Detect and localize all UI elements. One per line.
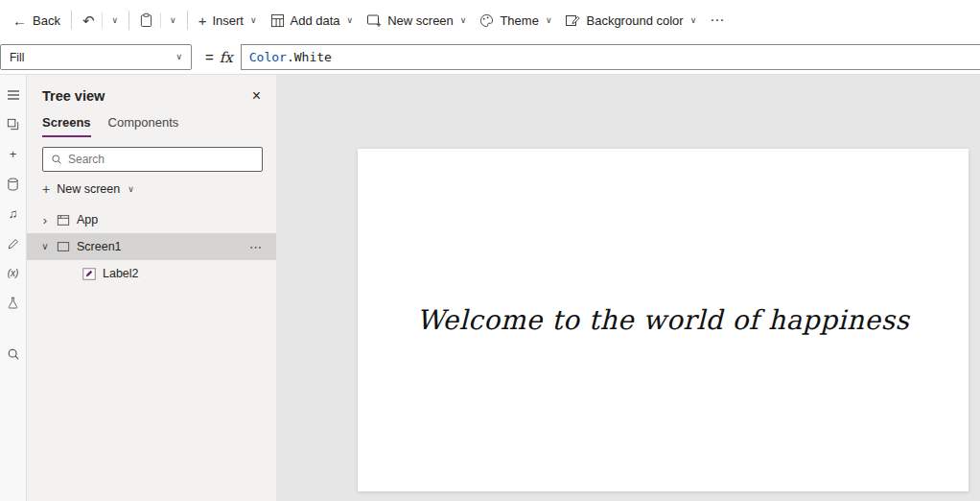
media-icon[interactable]: ♫ xyxy=(5,205,22,222)
insert-button[interactable]: + Insert ∨ xyxy=(192,8,264,34)
tree-item-label: Label2 xyxy=(103,267,139,280)
tree-item-app[interactable]: › App xyxy=(27,206,276,233)
search-icon xyxy=(51,154,62,165)
add-data-label: Add data xyxy=(291,13,340,28)
app-icon xyxy=(57,214,70,227)
background-color-icon xyxy=(565,13,580,28)
tree-item-label: Screen1 xyxy=(77,240,122,253)
equals-sign: = xyxy=(205,49,214,65)
screen-icon xyxy=(57,241,70,252)
top-toolbar: ← Back ↶ ∨ ∨ + Insert ∨ xyxy=(0,0,980,40)
chevron-down-icon: ∨ xyxy=(111,16,118,25)
tree-search-box xyxy=(42,147,263,172)
search-input[interactable] xyxy=(68,153,254,166)
tree-view-panel: Tree view × Screens Components + New scr… xyxy=(27,75,276,501)
chevron-down-icon[interactable]: ∨ xyxy=(40,242,50,251)
powerapps-studio: ← Back ↶ ∨ ∨ + Insert ∨ xyxy=(0,0,980,501)
property-dropdown[interactable]: Fill ∨ xyxy=(0,44,192,70)
toolbar-separator xyxy=(160,12,161,28)
tests-icon[interactable] xyxy=(5,295,22,311)
tree-item-label2[interactable]: Label2 xyxy=(27,260,276,287)
new-screen-button[interactable]: New screen ∨ xyxy=(360,8,473,34)
tree-item-screen1[interactable]: ∨ Screen1 ⋯ xyxy=(27,233,276,260)
left-nav-rail: + ♫ (x) xyxy=(0,75,27,501)
menu-icon[interactable] xyxy=(5,86,22,103)
chevron-down-icon: ∨ xyxy=(128,185,134,194)
clipboard-icon xyxy=(140,12,152,28)
chevron-down-icon: ∨ xyxy=(347,16,354,25)
insert-rail-icon[interactable]: + xyxy=(5,146,22,162)
data-icon[interactable] xyxy=(5,176,22,192)
undo-dropdown-button[interactable]: ∨ xyxy=(104,11,125,31)
formula-input[interactable]: Color.White xyxy=(241,44,980,70)
theme-label: Theme xyxy=(500,13,538,28)
fx-icon: fx xyxy=(220,49,233,66)
theme-button[interactable]: Theme ∨ xyxy=(473,8,558,34)
chevron-down-icon: ∨ xyxy=(460,16,467,25)
chevron-down-icon: ∨ xyxy=(170,16,176,25)
more-icon: ⋯ xyxy=(710,12,725,29)
chevron-down-icon: ∨ xyxy=(690,16,697,25)
more-commands-button[interactable]: ⋯ xyxy=(703,6,732,35)
screens-tree: › App ∨ Screen1 ⋯ xyxy=(27,206,276,287)
label-control-icon xyxy=(82,268,96,280)
formula-bar: Fill ∨ = fx Color.White xyxy=(0,40,980,75)
background-color-button[interactable]: Background color ∨ xyxy=(558,8,703,34)
property-selected-value: Fill xyxy=(10,51,24,64)
table-icon xyxy=(270,13,285,28)
search-rail-icon[interactable] xyxy=(5,346,22,362)
toolbar-separator xyxy=(71,11,72,30)
background-color-label: Background color xyxy=(586,13,683,28)
palette-icon xyxy=(479,13,494,28)
pen-tools-icon[interactable] xyxy=(5,235,22,251)
chevron-down-icon: ∨ xyxy=(250,16,257,25)
row-more-icon[interactable]: ⋯ xyxy=(249,240,263,254)
close-icon[interactable]: × xyxy=(252,88,261,104)
insert-label: Insert xyxy=(212,13,244,28)
chevron-right-icon[interactable]: › xyxy=(40,214,50,227)
back-button[interactable]: ← Back xyxy=(6,8,67,34)
panel-new-screen-button[interactable]: + New screen ∨ xyxy=(27,172,276,203)
screen-plus-icon xyxy=(366,13,382,28)
tree-view-icon[interactable] xyxy=(5,116,22,132)
tree-view-tabs: Screens Components xyxy=(27,111,276,137)
studio-body: + ♫ (x) Tree view × Screens xyxy=(0,75,980,501)
new-screen-label: New screen xyxy=(387,13,454,28)
plus-icon: + xyxy=(198,13,207,28)
paste-button[interactable] xyxy=(133,7,159,34)
undo-icon: ↶ xyxy=(82,13,95,28)
formula-token-type: Color xyxy=(249,50,287,64)
toolbar-separator xyxy=(187,11,188,30)
tab-screens[interactable]: Screens xyxy=(42,111,91,137)
chevron-down-icon: ∨ xyxy=(546,16,552,25)
back-label: Back xyxy=(33,13,60,28)
screen1-artboard[interactable]: Welcome to the world of happiness xyxy=(358,149,968,491)
tree-item-label: App xyxy=(77,213,98,227)
canvas-area: Welcome to the world of happiness xyxy=(276,75,980,501)
plus-icon: + xyxy=(42,182,50,196)
toolbar-separator xyxy=(102,12,103,28)
panel-title: Tree view xyxy=(42,88,105,104)
add-data-button[interactable]: Add data ∨ xyxy=(264,8,361,34)
back-arrow-icon: ← xyxy=(12,13,27,28)
toolbar-separator xyxy=(128,11,129,30)
paste-dropdown-button[interactable]: ∨ xyxy=(162,11,183,31)
label2-control[interactable]: Welcome to the world of happiness xyxy=(417,304,910,336)
chevron-down-icon: ∨ xyxy=(175,53,182,61)
variables-icon[interactable]: (x) xyxy=(5,265,22,281)
tree-view-header: Tree view × xyxy=(27,75,276,109)
tab-components[interactable]: Components xyxy=(108,111,179,137)
panel-new-screen-label: New screen xyxy=(57,182,120,196)
formula-token-member: .White xyxy=(287,50,332,64)
undo-button[interactable]: ↶ xyxy=(76,8,102,34)
